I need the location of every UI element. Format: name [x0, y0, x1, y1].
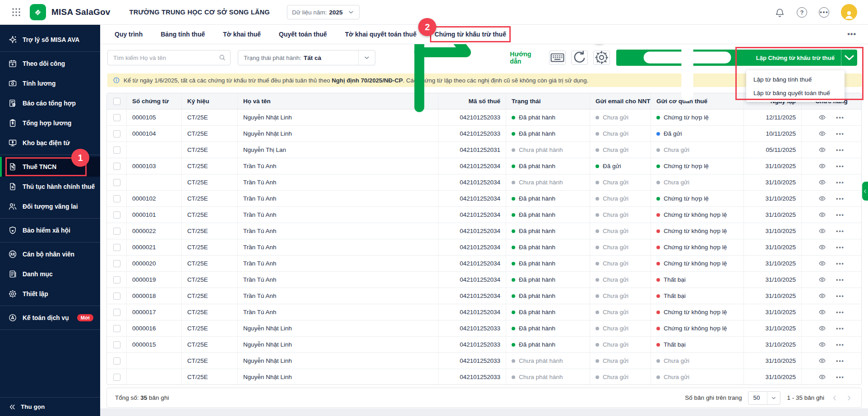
view-icon[interactable]: [818, 211, 826, 219]
row-checkbox[interactable]: [113, 114, 120, 121]
sidebar-item-tong-hop-luong[interactable]: Tổng hợp lương: [0, 113, 100, 133]
row-menu-icon[interactable]: •••: [836, 147, 845, 153]
row-checkbox[interactable]: [113, 179, 120, 186]
sidebar-item-thiet-lap[interactable]: Thiết lập: [0, 284, 100, 304]
view-icon[interactable]: [818, 357, 826, 365]
view-icon[interactable]: [818, 130, 826, 137]
sidebar-item-can-bo-nhan-vien[interactable]: Cán bộ nhân viên: [0, 244, 100, 264]
row-checkbox[interactable]: [113, 163, 120, 170]
row-menu-icon[interactable]: •••: [836, 244, 845, 251]
sidebar-item-bao-hiem-xa-hoi[interactable]: Bảo hiểm xã hội: [0, 220, 100, 240]
sidebar-item-kho-bac-dien-tu[interactable]: Kho bạc điện tử: [0, 133, 100, 153]
row-checkbox[interactable]: [113, 276, 120, 283]
row-checkbox[interactable]: [113, 374, 120, 381]
previous-page-icon[interactable]: [831, 394, 839, 402]
row-checkbox[interactable]: [113, 146, 120, 154]
dropdown-menu-item[interactable]: Lập từ bảng quyết toán thuế: [746, 86, 845, 100]
sidebar-item-thu-tuc-hanh-chinh-thue[interactable]: Thủ tục hành chính thuế: [0, 177, 100, 197]
row-menu-icon[interactable]: •••: [836, 358, 845, 364]
tab-1[interactable]: Quy trình: [115, 31, 143, 38]
view-icon[interactable]: [818, 162, 826, 170]
row-select-cell: [107, 191, 127, 206]
per-page-select[interactable]: 50: [748, 391, 780, 405]
row-checkbox[interactable]: [113, 341, 120, 348]
sidebar-item-tro-ly-so-misa-ava[interactable]: Trợ lý số MISA AVA: [0, 30, 100, 50]
refresh-button[interactable]: [571, 50, 588, 65]
row-checkbox[interactable]: [113, 244, 120, 251]
status-text: Chưa gửi: [603, 195, 628, 202]
row-menu-icon[interactable]: •••: [836, 196, 845, 202]
create-voucher-button[interactable]: Lập Chứng từ khấu trừ thuế: [616, 50, 841, 66]
status-filter-select[interactable]: Trạng thái phát hành: Tất cả: [238, 50, 375, 65]
view-icon[interactable]: [818, 178, 826, 186]
tab-3[interactable]: Tờ khai thuế: [223, 31, 261, 38]
app-grid-icon[interactable]: [11, 7, 22, 18]
voucher-number-cell: 0000017: [127, 304, 182, 320]
sidebar-item-danh-muc[interactable]: Danh mục: [0, 264, 100, 284]
view-icon[interactable]: [818, 373, 826, 381]
row-checkbox[interactable]: [113, 357, 120, 365]
dropdown-menu-item[interactable]: Lập từ bảng tính thuế: [746, 73, 845, 86]
status-cell: Đã phát hành: [506, 207, 590, 223]
view-icon[interactable]: [818, 195, 826, 202]
sidebar-item-thue-tncn[interactable]: Thuế TNCN1: [0, 157, 100, 177]
data-year-select[interactable]: Dữ liệu năm: 2025: [287, 5, 359, 19]
row-checkbox[interactable]: [113, 228, 120, 235]
sidebar-item-tinh-luong[interactable]: Tính lương: [0, 73, 100, 93]
status-cell: Chưa gửi: [590, 288, 651, 304]
row-menu-icon[interactable]: •••: [836, 179, 845, 186]
row-checkbox[interactable]: [113, 211, 120, 219]
tab-5[interactable]: Tờ khai quyết toán thuế: [345, 31, 417, 38]
row-menu-icon[interactable]: •••: [836, 228, 845, 234]
row-menu-icon[interactable]: •••: [836, 374, 845, 380]
row-menu-icon[interactable]: •••: [836, 293, 845, 299]
settings-button[interactable]: [593, 50, 610, 65]
row-menu-icon[interactable]: •••: [836, 261, 845, 267]
row-checkbox[interactable]: [113, 325, 120, 332]
row-checkbox[interactable]: [113, 293, 120, 300]
view-icon[interactable]: [818, 325, 826, 332]
row-menu-icon[interactable]: •••: [836, 131, 845, 137]
view-icon[interactable]: [818, 308, 826, 316]
row-menu-icon[interactable]: •••: [836, 325, 845, 332]
user-avatar[interactable]: [841, 4, 857, 20]
select-all-checkbox[interactable]: [113, 98, 120, 105]
status-cell: Đã phát hành: [506, 239, 590, 255]
row-menu-icon[interactable]: •••: [836, 212, 845, 218]
view-icon[interactable]: [818, 341, 826, 348]
search-input[interactable]: [107, 50, 231, 65]
tab-4[interactable]: Quyết toán thuế: [279, 31, 327, 38]
status-dot-gray: [596, 229, 599, 233]
tab-6[interactable]: Chứng từ khấu trừ thuế2: [434, 31, 506, 38]
row-menu-icon[interactable]: •••: [836, 163, 845, 169]
panel-collapse-handle[interactable]: [862, 182, 868, 201]
view-icon[interactable]: [818, 292, 826, 300]
row-menu-icon[interactable]: •••: [836, 277, 845, 283]
row-checkbox[interactable]: [113, 195, 120, 202]
view-icon[interactable]: [818, 146, 826, 154]
sidebar-item-doi-tuong-vang-lai[interactable]: Đối tượng vãng lai: [0, 197, 100, 216]
sidebar-item-bao-cao-tong-hop[interactable]: Báo cáo tổng hợp: [0, 93, 100, 113]
help-icon[interactable]: ?: [797, 7, 807, 18]
tab-2[interactable]: Bảng tính thuế: [161, 31, 205, 38]
view-icon[interactable]: [818, 243, 826, 251]
sidebar-item-theo-doi-cong[interactable]: Theo dõi công: [0, 54, 100, 73]
view-icon[interactable]: [818, 276, 826, 283]
more-options-icon[interactable]: ●●●: [819, 7, 829, 18]
view-icon[interactable]: [818, 260, 826, 267]
row-checkbox[interactable]: [113, 260, 120, 267]
tabs-overflow-icon[interactable]: •••: [847, 30, 856, 38]
collapse-label: Thu gọn: [21, 403, 45, 410]
row-menu-icon[interactable]: •••: [836, 342, 845, 348]
sidebar-collapse-button[interactable]: Thu gọn: [0, 397, 100, 416]
create-voucher-dropdown-toggle[interactable]: [841, 50, 857, 66]
notifications-bell-icon[interactable]: [775, 7, 785, 18]
sidebar-item-ke-toan-dich-vu[interactable]: Kế toán dịch vụMới: [0, 308, 100, 328]
row-menu-icon[interactable]: •••: [836, 309, 845, 315]
next-page-icon[interactable]: [845, 394, 853, 402]
chevron-down-icon: [347, 9, 355, 16]
keyboard-shortcuts-button[interactable]: [549, 50, 566, 65]
row-checkbox[interactable]: [113, 309, 120, 316]
row-checkbox[interactable]: [113, 130, 120, 137]
view-icon[interactable]: [818, 227, 826, 235]
